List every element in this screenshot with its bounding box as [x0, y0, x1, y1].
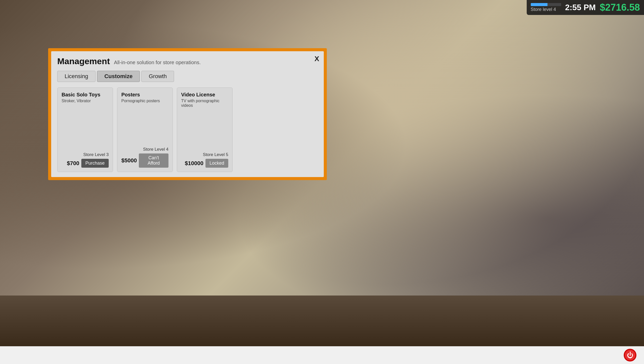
modal-header: Management All-in-one solution for store… [57, 56, 318, 66]
power-icon: ⏻ [627, 352, 633, 358]
floor-decor [0, 296, 644, 346]
card-desc-basic-solo-toys: Stroker, Vibrator [62, 99, 109, 103]
power-button[interactable]: ⏻ [624, 349, 636, 361]
tab-customize[interactable]: Customize [97, 71, 140, 82]
tab-licensing[interactable]: Licensing [57, 71, 96, 82]
card-price-video-license: $10000 [185, 160, 203, 167]
modal-close-button[interactable]: X [314, 55, 319, 63]
modal-subtitle: All-in-one solution for store operations… [114, 60, 201, 65]
card-price-basic-solo-toys: $700 [67, 160, 79, 167]
card-footer-basic-solo-toys: $700 Purchase [62, 159, 109, 168]
card-title-basic-solo-toys: Basic Solo Toys [62, 92, 109, 98]
card-desc-posters: Pornographic posters [121, 99, 168, 103]
card-video-license: Video License TV with pornographic video… [177, 88, 233, 172]
card-footer-posters: $5000 Can't Afford [121, 153, 168, 168]
cant-afford-button-posters: Can't Afford [139, 153, 168, 168]
card-footer-video-license: $10000 Locked [181, 159, 228, 168]
card-title-posters: Posters [121, 92, 168, 98]
card-level-basic-solo-toys: Store Level 3 [62, 152, 109, 157]
locked-button-video-license: Locked [205, 159, 228, 168]
card-price-posters: $5000 [121, 157, 137, 164]
card-level-posters: Store Level 4 [121, 147, 168, 152]
modal-panel: Management All-in-one solution for store… [51, 51, 324, 177]
card-posters: Posters Pornographic posters Store Level… [117, 88, 173, 172]
store-level-text: Store level 4 [531, 7, 556, 12]
tab-growth[interactable]: Growth [141, 71, 174, 82]
tabs-bar: Licensing Customize Growth [57, 71, 318, 82]
card-basic-solo-toys: Basic Solo Toys Stroker, Vibrator Store … [57, 88, 113, 172]
store-level-bar-bg [531, 3, 561, 6]
store-level-indicator: Store level 4 [531, 3, 561, 12]
store-level-bar-fill [531, 3, 547, 6]
card-title-video-license: Video License [181, 92, 228, 98]
bottom-bar: ⏻ [0, 346, 644, 364]
cards-area: Basic Solo Toys Stroker, Vibrator Store … [57, 88, 318, 172]
hud-bar: Store level 4 2:55 PM $2716.58 [527, 0, 644, 15]
hud-money: $2716.58 [600, 2, 640, 13]
hud-time: 2:55 PM [565, 3, 596, 12]
card-desc-video-license: TV with pornographic videos [181, 99, 228, 108]
modal-title: Management [57, 56, 110, 66]
purchase-button-basic-solo-toys[interactable]: Purchase [81, 159, 109, 168]
modal-overlay: Management All-in-one solution for store… [48, 48, 327, 180]
card-level-video-license: Store Level 5 [181, 152, 228, 157]
